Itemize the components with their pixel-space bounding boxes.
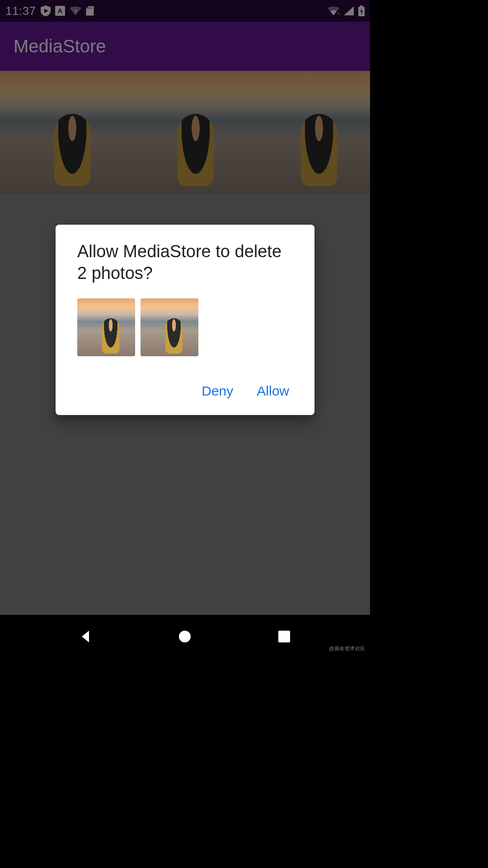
back-button[interactable] xyxy=(68,618,104,655)
signal-icon xyxy=(344,6,354,15)
deny-button[interactable]: Deny xyxy=(202,383,233,399)
svg-text:A: A xyxy=(57,7,62,14)
watermark: @掘金技术社区 xyxy=(329,645,366,652)
app-title: MediaStore xyxy=(14,36,106,57)
gallery-photo[interactable] xyxy=(247,71,370,194)
svg-point-6 xyxy=(179,631,191,642)
shield-play-icon xyxy=(41,5,51,16)
battery-charging-icon xyxy=(358,5,365,16)
svg-text:?: ? xyxy=(74,9,77,14)
gallery-photo[interactable] xyxy=(0,71,123,194)
svg-rect-5 xyxy=(360,5,363,7)
permission-dialog: Allow MediaStore to delete 2 photos? Den… xyxy=(56,225,314,415)
dialog-thumbnail xyxy=(141,298,198,356)
recents-button[interactable] xyxy=(266,618,302,655)
allow-button[interactable]: Allow xyxy=(257,383,289,399)
wifi-question-icon: ? xyxy=(70,6,81,15)
dialog-thumbnail xyxy=(77,298,135,356)
app-bar: MediaStore xyxy=(0,22,370,71)
status-time: 11:37 xyxy=(5,4,36,18)
language-icon: A xyxy=(55,6,65,16)
dialog-thumbnails xyxy=(77,298,293,356)
wifi-disconnected-icon: × xyxy=(328,6,339,15)
status-bar: 11:37 A ? × xyxy=(0,0,370,22)
home-button[interactable] xyxy=(167,618,203,655)
navigation-bar: @掘金技术社区 xyxy=(0,615,370,658)
dialog-actions: Deny Allow xyxy=(77,383,293,404)
svg-text:×: × xyxy=(338,11,339,15)
sd-card-icon xyxy=(86,6,94,16)
svg-rect-7 xyxy=(278,631,290,642)
photo-gallery xyxy=(0,71,370,194)
dialog-title: Allow MediaStore to delete 2 photos? xyxy=(77,241,293,284)
gallery-photo[interactable] xyxy=(123,71,247,194)
